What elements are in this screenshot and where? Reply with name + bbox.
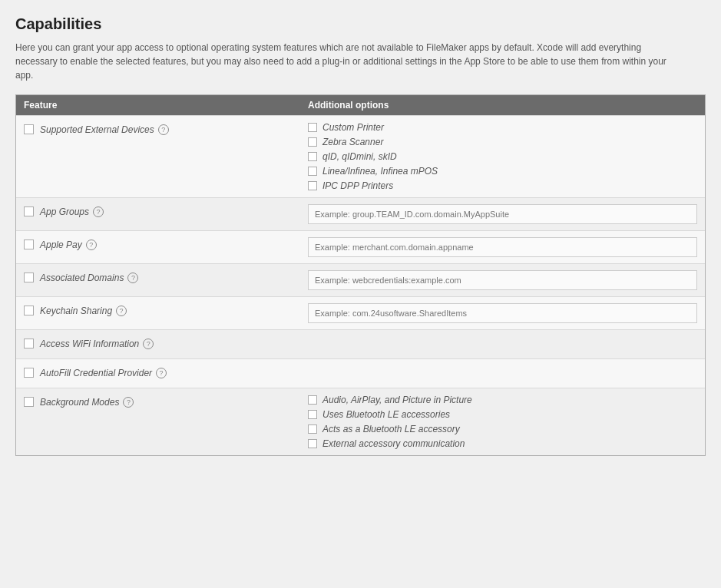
external-accessory-checkbox[interactable]: [308, 439, 317, 448]
table-row: Associated Domains ?: [16, 263, 705, 296]
qid-checkbox[interactable]: [308, 152, 317, 161]
page-description: Here you can grant your app access to op…: [15, 41, 683, 82]
table-header: Feature Additional options: [16, 95, 705, 115]
linea-checkbox[interactable]: [308, 167, 317, 176]
acts-bluetooth-label: Acts as a Bluetooth LE accessory: [322, 424, 460, 434]
option-qid: qID, qIDmini, skID: [308, 151, 697, 162]
table-row: Access WiFi Information ?: [16, 329, 705, 358]
keychain-sharing-label: Keychain Sharing: [40, 306, 112, 316]
option-uses-bluetooth: Uses Bluetooth LE accessories: [308, 409, 697, 420]
apple-pay-label: Apple Pay: [40, 239, 82, 250]
background-modes-checkbox[interactable]: [24, 397, 34, 407]
audio-airplay-label: Audio, AirPlay, and Picture in Picture: [322, 395, 472, 405]
associated-domains-input[interactable]: [308, 270, 697, 290]
option-linea: Linea/Infinea, Infinea mPOS: [308, 166, 697, 177]
autofill-label: AutoFill Credential Provider: [40, 368, 152, 378]
table-row: Background Modes ? Audio, AirPlay, and P…: [16, 388, 705, 455]
header-feature: Feature: [24, 100, 308, 111]
app-groups-checkbox[interactable]: [24, 206, 34, 216]
background-modes-label: Background Modes: [40, 397, 119, 408]
app-groups-label: App Groups: [40, 206, 89, 217]
option-audio-airplay: Audio, AirPlay, and Picture in Picture: [308, 395, 697, 405]
ipc-dpp-checkbox[interactable]: [308, 181, 317, 190]
table-row: Apple Pay ?: [16, 230, 705, 263]
linea-label: Linea/Infinea, Infinea mPOS: [322, 166, 438, 177]
table-row: App Groups ?: [16, 197, 705, 230]
option-external-accessory: External accessory communication: [308, 438, 697, 449]
background-modes-help-icon[interactable]: ?: [123, 397, 134, 408]
qid-label: qID, qIDmini, skID: [322, 151, 397, 162]
capabilities-table: Feature Additional options Supported Ext…: [15, 94, 706, 456]
table-row: Keychain Sharing ?: [16, 296, 705, 329]
option-ipc-dpp: IPC DPP Printers: [308, 180, 697, 191]
associated-domains-help-icon[interactable]: ?: [127, 273, 138, 283]
zebra-scanner-checkbox[interactable]: [308, 137, 317, 147]
keychain-sharing-checkbox[interactable]: [24, 306, 34, 315]
keychain-sharing-input[interactable]: [308, 303, 697, 323]
apple-pay-help-icon[interactable]: ?: [86, 239, 97, 250]
header-options: Additional options: [308, 100, 697, 111]
zebra-scanner-label: Zebra Scanner: [322, 137, 383, 147]
associated-domains-label: Associated Domains: [40, 273, 124, 283]
app-groups-help-icon[interactable]: ?: [93, 206, 104, 217]
ipc-dpp-label: IPC DPP Printers: [322, 180, 393, 191]
custom-printer-label: Custom Printer: [322, 122, 384, 133]
supported-external-devices-checkbox[interactable]: [24, 124, 34, 134]
supported-external-devices-help-icon[interactable]: ?: [158, 124, 169, 135]
custom-printer-checkbox[interactable]: [308, 123, 317, 132]
access-wifi-help-icon[interactable]: ?: [143, 339, 154, 349]
uses-bluetooth-checkbox[interactable]: [308, 410, 317, 419]
access-wifi-label: Access WiFi Information: [40, 339, 139, 349]
apple-pay-checkbox[interactable]: [24, 239, 34, 249]
autofill-checkbox[interactable]: [24, 368, 34, 378]
apple-pay-input[interactable]: [308, 237, 697, 257]
acts-bluetooth-checkbox[interactable]: [308, 424, 317, 434]
external-accessory-label: External accessory communication: [322, 438, 465, 449]
option-acts-bluetooth: Acts as a Bluetooth LE accessory: [308, 424, 697, 434]
supported-external-devices-label: Supported External Devices: [40, 124, 154, 135]
table-row: Supported External Devices ? Custom Prin…: [16, 115, 705, 197]
uses-bluetooth-label: Uses Bluetooth LE accessories: [322, 409, 450, 420]
keychain-sharing-help-icon[interactable]: ?: [116, 306, 127, 316]
app-groups-input[interactable]: [308, 204, 697, 224]
associated-domains-checkbox[interactable]: [24, 273, 34, 282]
option-custom-printer: Custom Printer: [308, 122, 697, 133]
table-row: AutoFill Credential Provider ?: [16, 358, 705, 388]
option-zebra-scanner: Zebra Scanner: [308, 137, 697, 147]
autofill-help-icon[interactable]: ?: [156, 368, 167, 378]
page-title: Capabilities: [15, 15, 706, 33]
audio-airplay-checkbox[interactable]: [308, 395, 317, 405]
access-wifi-checkbox[interactable]: [24, 339, 34, 349]
